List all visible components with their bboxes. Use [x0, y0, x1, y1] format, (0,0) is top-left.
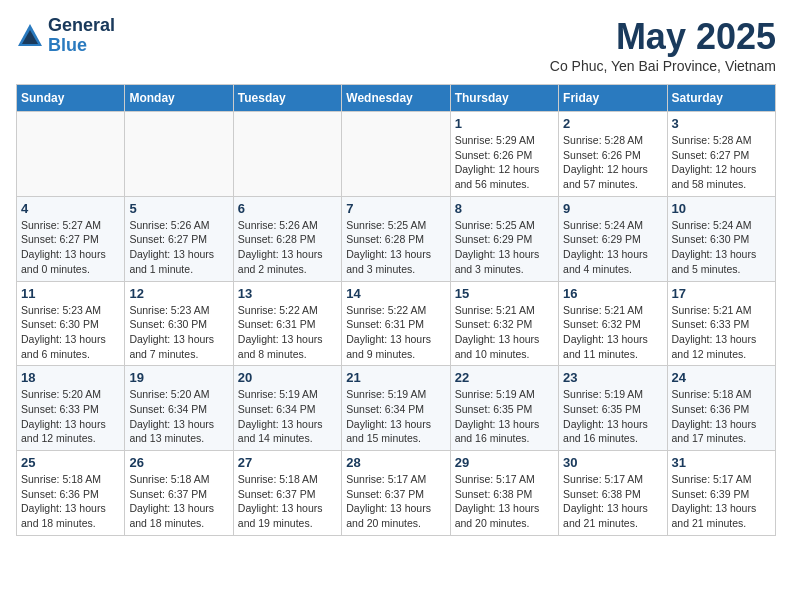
day-info: Sunrise: 5:27 AM Sunset: 6:27 PM Dayligh…: [21, 218, 120, 277]
day-number: 8: [455, 201, 554, 216]
day-number: 15: [455, 286, 554, 301]
calendar-cell: 5Sunrise: 5:26 AM Sunset: 6:27 PM Daylig…: [125, 196, 233, 281]
calendar-cell: 18Sunrise: 5:20 AM Sunset: 6:33 PM Dayli…: [17, 366, 125, 451]
calendar-week-4: 18Sunrise: 5:20 AM Sunset: 6:33 PM Dayli…: [17, 366, 776, 451]
day-info: Sunrise: 5:28 AM Sunset: 6:26 PM Dayligh…: [563, 133, 662, 192]
calendar-cell: 20Sunrise: 5:19 AM Sunset: 6:34 PM Dayli…: [233, 366, 341, 451]
day-info: Sunrise: 5:17 AM Sunset: 6:37 PM Dayligh…: [346, 472, 445, 531]
day-info: Sunrise: 5:24 AM Sunset: 6:29 PM Dayligh…: [563, 218, 662, 277]
weekday-header-sunday: Sunday: [17, 85, 125, 112]
day-number: 3: [672, 116, 771, 131]
calendar-cell: 12Sunrise: 5:23 AM Sunset: 6:30 PM Dayli…: [125, 281, 233, 366]
day-info: Sunrise: 5:17 AM Sunset: 6:38 PM Dayligh…: [563, 472, 662, 531]
day-info: Sunrise: 5:22 AM Sunset: 6:31 PM Dayligh…: [346, 303, 445, 362]
day-number: 30: [563, 455, 662, 470]
day-info: Sunrise: 5:23 AM Sunset: 6:30 PM Dayligh…: [21, 303, 120, 362]
day-number: 16: [563, 286, 662, 301]
day-info: Sunrise: 5:22 AM Sunset: 6:31 PM Dayligh…: [238, 303, 337, 362]
calendar-cell: [125, 112, 233, 197]
day-number: 1: [455, 116, 554, 131]
day-number: 10: [672, 201, 771, 216]
calendar-cell: 25Sunrise: 5:18 AM Sunset: 6:36 PM Dayli…: [17, 451, 125, 536]
day-info: Sunrise: 5:24 AM Sunset: 6:30 PM Dayligh…: [672, 218, 771, 277]
day-info: Sunrise: 5:19 AM Sunset: 6:34 PM Dayligh…: [346, 387, 445, 446]
day-number: 14: [346, 286, 445, 301]
calendar-cell: 28Sunrise: 5:17 AM Sunset: 6:37 PM Dayli…: [342, 451, 450, 536]
calendar-cell: 7Sunrise: 5:25 AM Sunset: 6:28 PM Daylig…: [342, 196, 450, 281]
logo-text: General Blue: [48, 16, 115, 56]
day-number: 20: [238, 370, 337, 385]
day-number: 29: [455, 455, 554, 470]
calendar-cell: 3Sunrise: 5:28 AM Sunset: 6:27 PM Daylig…: [667, 112, 775, 197]
day-number: 12: [129, 286, 228, 301]
day-info: Sunrise: 5:26 AM Sunset: 6:28 PM Dayligh…: [238, 218, 337, 277]
calendar-week-1: 1Sunrise: 5:29 AM Sunset: 6:26 PM Daylig…: [17, 112, 776, 197]
day-number: 6: [238, 201, 337, 216]
day-info: Sunrise: 5:20 AM Sunset: 6:33 PM Dayligh…: [21, 387, 120, 446]
day-info: Sunrise: 5:23 AM Sunset: 6:30 PM Dayligh…: [129, 303, 228, 362]
calendar-cell: 14Sunrise: 5:22 AM Sunset: 6:31 PM Dayli…: [342, 281, 450, 366]
day-info: Sunrise: 5:20 AM Sunset: 6:34 PM Dayligh…: [129, 387, 228, 446]
weekday-header-thursday: Thursday: [450, 85, 558, 112]
calendar-cell: 21Sunrise: 5:19 AM Sunset: 6:34 PM Dayli…: [342, 366, 450, 451]
day-number: 11: [21, 286, 120, 301]
location: Co Phuc, Yen Bai Province, Vietnam: [550, 58, 776, 74]
day-info: Sunrise: 5:17 AM Sunset: 6:39 PM Dayligh…: [672, 472, 771, 531]
calendar-cell: 31Sunrise: 5:17 AM Sunset: 6:39 PM Dayli…: [667, 451, 775, 536]
calendar-cell: 11Sunrise: 5:23 AM Sunset: 6:30 PM Dayli…: [17, 281, 125, 366]
day-info: Sunrise: 5:19 AM Sunset: 6:35 PM Dayligh…: [455, 387, 554, 446]
day-number: 4: [21, 201, 120, 216]
calendar-cell: 9Sunrise: 5:24 AM Sunset: 6:29 PM Daylig…: [559, 196, 667, 281]
calendar-cell: 16Sunrise: 5:21 AM Sunset: 6:32 PM Dayli…: [559, 281, 667, 366]
day-info: Sunrise: 5:25 AM Sunset: 6:29 PM Dayligh…: [455, 218, 554, 277]
calendar-cell: 29Sunrise: 5:17 AM Sunset: 6:38 PM Dayli…: [450, 451, 558, 536]
logo-general: General: [48, 16, 115, 36]
calendar-cell: 30Sunrise: 5:17 AM Sunset: 6:38 PM Dayli…: [559, 451, 667, 536]
day-info: Sunrise: 5:17 AM Sunset: 6:38 PM Dayligh…: [455, 472, 554, 531]
calendar-cell: 19Sunrise: 5:20 AM Sunset: 6:34 PM Dayli…: [125, 366, 233, 451]
month-title: May 2025: [550, 16, 776, 58]
calendar-cell: [233, 112, 341, 197]
calendar-cell: 15Sunrise: 5:21 AM Sunset: 6:32 PM Dayli…: [450, 281, 558, 366]
calendar-cell: [342, 112, 450, 197]
calendar-cell: 27Sunrise: 5:18 AM Sunset: 6:37 PM Dayli…: [233, 451, 341, 536]
day-info: Sunrise: 5:18 AM Sunset: 6:37 PM Dayligh…: [238, 472, 337, 531]
page-header: General Blue May 2025 Co Phuc, Yen Bai P…: [16, 16, 776, 74]
day-info: Sunrise: 5:18 AM Sunset: 6:36 PM Dayligh…: [21, 472, 120, 531]
calendar-cell: 24Sunrise: 5:18 AM Sunset: 6:36 PM Dayli…: [667, 366, 775, 451]
weekday-header-friday: Friday: [559, 85, 667, 112]
calendar-cell: 26Sunrise: 5:18 AM Sunset: 6:37 PM Dayli…: [125, 451, 233, 536]
calendar-cell: [17, 112, 125, 197]
calendar-cell: 10Sunrise: 5:24 AM Sunset: 6:30 PM Dayli…: [667, 196, 775, 281]
day-number: 19: [129, 370, 228, 385]
calendar-week-2: 4Sunrise: 5:27 AM Sunset: 6:27 PM Daylig…: [17, 196, 776, 281]
calendar-cell: 22Sunrise: 5:19 AM Sunset: 6:35 PM Dayli…: [450, 366, 558, 451]
calendar-cell: 17Sunrise: 5:21 AM Sunset: 6:33 PM Dayli…: [667, 281, 775, 366]
calendar-week-5: 25Sunrise: 5:18 AM Sunset: 6:36 PM Dayli…: [17, 451, 776, 536]
day-number: 18: [21, 370, 120, 385]
day-number: 26: [129, 455, 228, 470]
day-info: Sunrise: 5:21 AM Sunset: 6:33 PM Dayligh…: [672, 303, 771, 362]
day-info: Sunrise: 5:21 AM Sunset: 6:32 PM Dayligh…: [563, 303, 662, 362]
day-info: Sunrise: 5:25 AM Sunset: 6:28 PM Dayligh…: [346, 218, 445, 277]
calendar-header-row: SundayMondayTuesdayWednesdayThursdayFrid…: [17, 85, 776, 112]
day-number: 2: [563, 116, 662, 131]
day-number: 23: [563, 370, 662, 385]
calendar-cell: 6Sunrise: 5:26 AM Sunset: 6:28 PM Daylig…: [233, 196, 341, 281]
calendar-cell: 1Sunrise: 5:29 AM Sunset: 6:26 PM Daylig…: [450, 112, 558, 197]
day-info: Sunrise: 5:18 AM Sunset: 6:37 PM Dayligh…: [129, 472, 228, 531]
title-block: May 2025 Co Phuc, Yen Bai Province, Viet…: [550, 16, 776, 74]
day-number: 9: [563, 201, 662, 216]
calendar-cell: 2Sunrise: 5:28 AM Sunset: 6:26 PM Daylig…: [559, 112, 667, 197]
day-number: 17: [672, 286, 771, 301]
day-number: 7: [346, 201, 445, 216]
day-number: 13: [238, 286, 337, 301]
day-number: 5: [129, 201, 228, 216]
day-number: 25: [21, 455, 120, 470]
weekday-header-monday: Monday: [125, 85, 233, 112]
calendar-cell: 23Sunrise: 5:19 AM Sunset: 6:35 PM Dayli…: [559, 366, 667, 451]
weekday-header-wednesday: Wednesday: [342, 85, 450, 112]
weekday-header-tuesday: Tuesday: [233, 85, 341, 112]
day-info: Sunrise: 5:19 AM Sunset: 6:35 PM Dayligh…: [563, 387, 662, 446]
day-number: 28: [346, 455, 445, 470]
